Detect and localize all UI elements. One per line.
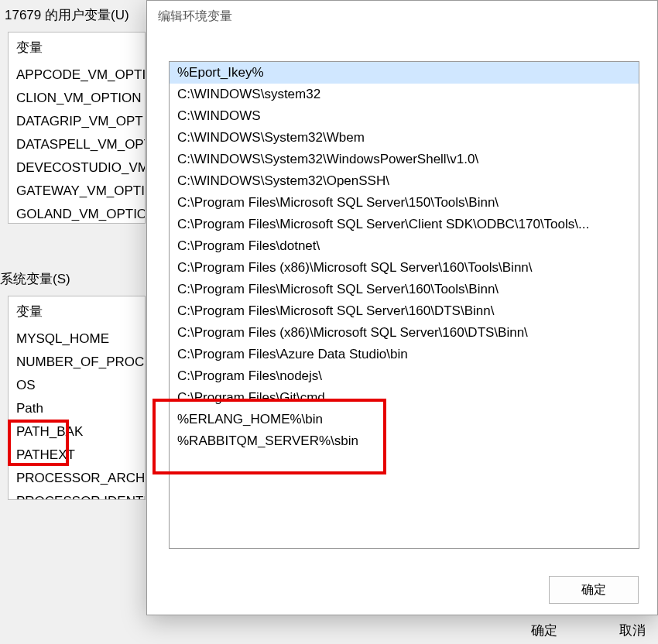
dialog-title: 编辑环境变量 [147,1,657,33]
path-entry-row[interactable]: %Eport_Ikey% [170,62,639,84]
path-entry-row[interactable]: C:\Program Files\Microsoft SQL Server\16… [170,279,639,300]
path-entry-row[interactable]: %RABBITQM_SERVER%\sbin [170,430,639,452]
path-entry-row[interactable]: C:\Program Files\Azure Data Studio\bin [170,344,639,365]
path-entry-row[interactable]: C:\Program Files\dotnet\ [170,235,639,257]
system-var-row[interactable]: MYSQL_HOME [9,327,145,351]
user-vars-listbox[interactable]: 变量 APPCODE_VM_OPTI CLION_VM_OPTION DATAG… [8,32,146,224]
user-var-row[interactable]: DEVECOSTUDIO_VM [9,156,145,180]
path-entry-row[interactable]: C:\WINDOWS [170,105,639,127]
path-entry-row[interactable]: C:\WINDOWS\System32\OpenSSH\ [170,170,639,192]
ok-label-back[interactable]: 确定 [531,622,557,639]
back-window-buttons: 确定 取消 [0,622,658,639]
system-vars-listbox[interactable]: 变量 MYSQL_HOME NUMBER_OF_PROC OS Path PAT… [8,296,146,500]
cancel-label-back[interactable]: 取消 [619,622,646,639]
system-var-row[interactable]: OS [9,374,145,397]
user-var-row[interactable]: GATEWAY_VM_OPTI [9,180,145,203]
system-var-row[interactable]: PATH_BAK [9,420,145,444]
ok-button[interactable]: 确定 [549,576,639,604]
user-var-row[interactable]: GOLAND_VM_OPTIO [9,203,145,224]
system-vars-header-variable: 变量 [9,296,145,327]
user-var-row[interactable]: DATASPELL_VM_OPT [9,133,145,156]
path-entries-list[interactable]: %Eport_Ikey% C:\WINDOWS\system32 C:\WIND… [169,61,639,549]
path-entry-row[interactable]: C:\Program Files\Microsoft SQL Server\16… [170,300,639,322]
path-entry-row[interactable]: C:\Program Files (x86)\Microsoft SQL Ser… [170,257,639,279]
path-entry-row[interactable]: C:\WINDOWS\System32\WindowsPowerShell\v1… [170,149,639,170]
path-entry-row[interactable]: C:\Program Files\Git\cmd [170,387,639,409]
system-var-row[interactable]: NUMBER_OF_PROC [9,351,145,374]
user-var-row[interactable]: CLION_VM_OPTION [9,87,145,110]
path-entry-row[interactable]: %ERLANG_HOME%\bin [170,409,639,430]
path-entry-row[interactable]: C:\WINDOWS\system32 [170,84,639,105]
edit-env-var-dialog: 编辑环境变量 %Eport_Ikey% C:\WINDOWS\system32 … [146,0,658,615]
system-var-row[interactable]: PATHEXT [9,444,145,467]
user-var-row[interactable]: DATAGRIP_VM_OPT [9,110,145,133]
path-entry-row[interactable]: C:\Program Files\Microsoft SQL Server\Cl… [170,214,639,235]
user-var-row[interactable]: APPCODE_VM_OPTI [9,63,145,87]
user-vars-header-variable: 变量 [9,33,145,63]
system-var-row[interactable]: PROCESSOR_ARCHI [9,467,145,490]
dialog-buttons: 确定 [549,576,639,604]
path-entry-row[interactable]: C:\WINDOWS\System32\Wbem [170,127,639,149]
path-entry-row[interactable]: C:\Program Files\nodejs\ [170,365,639,387]
system-var-row[interactable]: PROCESSOR IDENTI [9,490,145,500]
path-entry-row[interactable]: C:\Program Files\Microsoft SQL Server\15… [170,192,639,214]
path-entry-row[interactable]: C:\Program Files (x86)\Microsoft SQL Ser… [170,322,639,344]
system-var-row-path[interactable]: Path [9,397,145,420]
